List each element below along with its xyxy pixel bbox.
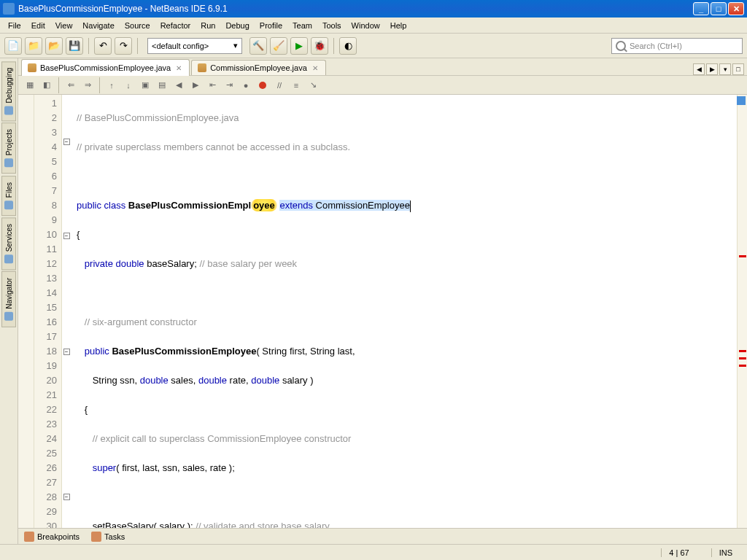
- breakpoints-tab[interactable]: Breakpoints: [24, 532, 80, 542]
- error-marker[interactable]: [739, 357, 746, 359]
- code-editor[interactable]: 12345 678910 1112131415 1617181920 21222…: [18, 95, 747, 528]
- menu-refactor[interactable]: Refactor: [155, 19, 196, 32]
- menu-tools[interactable]: Tools: [317, 19, 347, 32]
- separator: [58, 77, 59, 93]
- find-next-icon[interactable]: ↓: [121, 78, 136, 93]
- menu-source[interactable]: Source: [120, 19, 155, 32]
- next-bookmark-icon[interactable]: ▶: [188, 78, 203, 93]
- menu-edit[interactable]: Edit: [26, 19, 50, 32]
- new-project-icon[interactable]: 📁: [25, 37, 42, 55]
- maximize-button[interactable]: □: [711, 2, 727, 15]
- save-icon[interactable]: 💾: [66, 37, 83, 55]
- find-prev-icon[interactable]: ↑: [104, 78, 119, 93]
- back-icon[interactable]: ⇐: [63, 78, 78, 93]
- file-tabs: BasePlusCommissionEmployee.java✕ Commiss…: [18, 58, 747, 76]
- forward-icon[interactable]: ⇒: [80, 78, 95, 93]
- build-icon[interactable]: 🔨: [249, 37, 267, 55]
- tab-baseplus[interactable]: BasePlusCommissionEmployee.java✕: [21, 59, 190, 76]
- fold-icon[interactable]: −: [63, 349, 70, 355]
- java-file-icon: [198, 63, 206, 72]
- minimize-button[interactable]: _: [693, 2, 709, 15]
- code-content[interactable]: // BasePlusCommissionEmployee.java // pr…: [71, 95, 737, 528]
- fold-icon[interactable]: −: [63, 494, 70, 500]
- tab-max-icon[interactable]: □: [732, 63, 744, 75]
- breakpoints-icon: [24, 532, 34, 542]
- menu-help[interactable]: Help: [385, 19, 412, 32]
- search-input[interactable]: Search (Ctrl+I): [611, 38, 743, 54]
- menu-run[interactable]: Run: [196, 19, 220, 32]
- history-icon[interactable]: ◧: [39, 78, 54, 93]
- separator: [137, 38, 138, 54]
- fold-icon[interactable]: −: [63, 139, 70, 145]
- main-toolbar: 📄 📁 📂 💾 ↶ ↷ <default config>▾ 🔨 🧹 ▶ 🐞 ◐ …: [0, 34, 747, 58]
- services-icon: [4, 254, 13, 263]
- macro-stop-icon[interactable]: [255, 78, 270, 93]
- tab-nav: ◀ ▶ ▾ □: [693, 63, 744, 75]
- open-icon[interactable]: 📂: [45, 37, 63, 55]
- shift-right-icon[interactable]: ⇥: [222, 78, 236, 93]
- goto-icon[interactable]: ↘: [306, 78, 320, 93]
- fold-icon[interactable]: −: [63, 233, 70, 239]
- run-icon[interactable]: ▶: [290, 37, 308, 55]
- macro-start-icon[interactable]: ●: [239, 78, 253, 93]
- fold-column[interactable]: − − − −: [62, 95, 71, 528]
- error-marker[interactable]: [739, 365, 746, 367]
- menu-debug[interactable]: Debug: [220, 19, 254, 32]
- files-icon: [4, 201, 13, 209]
- source-view-icon[interactable]: ▦: [23, 78, 37, 93]
- tasks-icon: [91, 532, 101, 542]
- tab-prev-icon[interactable]: ◀: [693, 63, 705, 75]
- toggle-highlight-icon[interactable]: ▣: [138, 78, 152, 93]
- menu-file[interactable]: File: [3, 19, 26, 32]
- comment-icon[interactable]: //: [272, 78, 287, 93]
- bottom-panel: Breakpoints Tasks: [18, 528, 747, 544]
- sidebar-navigator[interactable]: Navigator: [1, 271, 16, 327]
- inspect-icon[interactable]: [737, 96, 746, 105]
- menu-team[interactable]: Team: [287, 19, 317, 32]
- new-file-icon[interactable]: 📄: [4, 37, 22, 55]
- shift-left-icon[interactable]: ⇤: [205, 78, 220, 93]
- sidebar-projects[interactable]: Projects: [1, 122, 16, 174]
- sidebar-debugging[interactable]: Debugging: [1, 61, 16, 121]
- menu-navigate[interactable]: Navigate: [77, 19, 119, 32]
- debug-icon[interactable]: 🐞: [311, 37, 328, 55]
- tab-close-icon[interactable]: ✕: [311, 64, 320, 72]
- error-marker[interactable]: [739, 255, 746, 257]
- status-bar: 4 | 67 INS: [0, 544, 747, 560]
- insert-mode: INS: [711, 548, 740, 557]
- tab-next-icon[interactable]: ▶: [706, 63, 718, 75]
- undo-icon[interactable]: ↶: [94, 37, 112, 55]
- error-stripe[interactable]: [737, 95, 747, 528]
- separator: [99, 77, 100, 93]
- java-file-icon: [28, 63, 36, 72]
- prev-bookmark-icon[interactable]: ◀: [171, 78, 186, 93]
- menu-bar: File Edit View Navigate Source Refactor …: [0, 18, 747, 34]
- menu-profile[interactable]: Profile: [255, 19, 287, 32]
- uncomment-icon[interactable]: ≡: [289, 78, 303, 93]
- clean-build-icon[interactable]: 🧹: [270, 37, 287, 55]
- separator: [333, 38, 334, 54]
- error-marker[interactable]: [739, 350, 746, 352]
- tab-close-icon[interactable]: ✕: [174, 64, 183, 72]
- redo-icon[interactable]: ↷: [115, 37, 132, 55]
- tasks-tab[interactable]: Tasks: [91, 532, 125, 542]
- window-title: BasePlusCommissionEmployee - NetBeans ID…: [18, 4, 693, 14]
- bookmark-icon[interactable]: ▤: [155, 78, 169, 93]
- profile-icon[interactable]: ◐: [339, 37, 357, 55]
- menu-window[interactable]: Window: [347, 19, 385, 32]
- separator: [88, 38, 89, 54]
- sidebar-services[interactable]: Services: [1, 217, 16, 270]
- cursor-position: 4 | 67: [661, 548, 696, 557]
- debugging-icon: [4, 106, 13, 114]
- tab-label: CommissionEmployee.java: [210, 63, 307, 72]
- config-select[interactable]: <default config>▾: [147, 38, 242, 54]
- annotation-gutter: [18, 95, 34, 528]
- app-icon: [3, 3, 15, 15]
- chevron-down-icon: ▾: [233, 41, 238, 50]
- tab-list-icon[interactable]: ▾: [719, 63, 731, 75]
- menu-view[interactable]: View: [50, 19, 78, 32]
- sidebar-files[interactable]: Files: [1, 176, 16, 216]
- close-button[interactable]: ✕: [728, 2, 744, 15]
- editor-area: BasePlusCommissionEmployee.java✕ Commiss…: [18, 58, 747, 544]
- tab-commission[interactable]: CommissionEmployee.java✕: [191, 60, 326, 75]
